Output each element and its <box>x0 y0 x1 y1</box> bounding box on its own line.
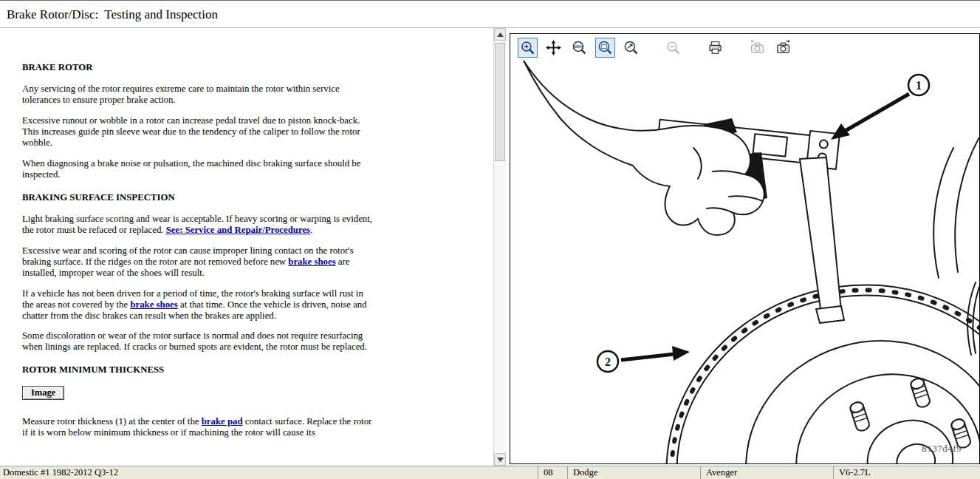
paragraph: Light braking surface scoring and wear i… <box>22 214 377 236</box>
page-title: Brake Rotor/Disc: Testing and Inspection <box>0 1 980 28</box>
zoom-in-icon <box>520 40 535 55</box>
section-heading-braking-surface-inspection: BRAKING SURFACE INSPECTION <box>22 192 377 203</box>
paragraph-text: Measure rotor thickness (1) at the cente… <box>22 416 202 427</box>
print-icon <box>707 40 723 55</box>
scroll-down-icon <box>497 458 504 462</box>
status-engine: V6-2.7L <box>833 466 980 479</box>
document-pane: BRAKE ROTOR Any servicing of the rotor r… <box>0 28 493 466</box>
image-button[interactable]: Image <box>22 386 64 400</box>
pan-button[interactable] <box>544 38 563 58</box>
print-button[interactable] <box>705 38 725 58</box>
zoom-window-button[interactable] <box>595 38 615 58</box>
status-model: Avenger <box>700 466 833 479</box>
callout-2: 2 <box>597 346 690 372</box>
link-service-repair-procedures[interactable]: See: Service and Repair/Procedures <box>166 225 310 235</box>
zoom-100-label: 100% <box>573 44 583 49</box>
zoom-window-icon <box>597 40 613 55</box>
pan-icon <box>546 40 561 55</box>
scroll-up-icon <box>497 33 504 37</box>
figure-code: 8137d4f9 <box>922 443 962 455</box>
paragraph: Any servicing of the rotor requires extr… <box>22 84 377 106</box>
main-content: BRAKE ROTOR Any servicing of the rotor r… <box>0 28 980 466</box>
callout-1: 1 <box>831 75 929 140</box>
scroll-up-button[interactable] <box>494 28 506 41</box>
app-window: Brake Rotor/Disc: Testing and Inspection… <box>0 0 980 479</box>
image-button-row: Image <box>22 386 377 400</box>
link-brake-pad[interactable]: brake pad <box>202 416 243 427</box>
zoom-100-icon: 100% <box>572 40 587 55</box>
status-make: Dodge <box>567 466 700 479</box>
section-heading-rotor-minimum-thickness: ROTOR MINIMUM THICKNESS <box>22 364 377 376</box>
callout-1-label: 1 <box>916 79 922 92</box>
image-toolbar: 100% <box>510 34 979 61</box>
paragraph: Excessive wear and scoring of the rotor … <box>22 245 377 279</box>
zoom-out-icon <box>665 40 681 55</box>
zoom-in-button[interactable] <box>518 38 538 58</box>
previous-image-button <box>747 38 767 58</box>
figure-canvas: 1 2 8137d4f9 <box>510 61 979 463</box>
scroll-thumb[interactable] <box>495 43 505 161</box>
fender-arcs <box>933 137 979 355</box>
paragraph: Measure rotor thickness (1) at the cente… <box>22 416 377 438</box>
paragraph: When diagnosing a brake noise or pulsati… <box>22 158 377 180</box>
wheel-studs <box>849 377 972 449</box>
scroll-track[interactable] <box>494 41 506 453</box>
status-bar: Domestic #1 1982-2012 Q3-12 08 Dodge Ave… <box>0 466 980 479</box>
status-catalog: Domestic #1 1982-2012 Q3-12 <box>0 466 538 479</box>
zoom-dynamic-button[interactable] <box>621 38 641 58</box>
link-brake-shoes-2[interactable]: brake shoes <box>130 299 177 310</box>
image-pane: 100% <box>510 33 980 464</box>
paragraph: If a vehicle has not been driven for a p… <box>22 288 377 322</box>
status-year: 08 <box>538 466 567 479</box>
document-body: BRAKE ROTOR Any servicing of the rotor r… <box>22 62 377 438</box>
link-brake-shoes[interactable]: brake shoes <box>288 257 335 267</box>
previous-image-icon <box>750 40 765 55</box>
paragraph-text: . <box>310 225 312 235</box>
paragraph: Excessive runout or wobble in a rotor ca… <box>22 115 377 149</box>
paragraph: Some discoloration or wear of the rotor … <box>22 330 377 353</box>
section-heading-brake-rotor: BRAKE ROTOR <box>22 62 377 73</box>
zoom-100-button[interactable]: 100% <box>569 38 589 58</box>
scroll-down-button[interactable] <box>494 453 506 466</box>
callout-2-label: 2 <box>605 356 611 368</box>
next-image-button[interactable] <box>773 38 793 58</box>
next-image-icon <box>775 40 791 55</box>
zoom-out-button <box>663 38 683 58</box>
brake-rotor-measurement-figure: 1 2 <box>510 61 979 463</box>
zoom-dynamic-icon <box>623 40 639 55</box>
hand <box>524 61 764 235</box>
doc-scrollbar[interactable] <box>493 28 506 466</box>
